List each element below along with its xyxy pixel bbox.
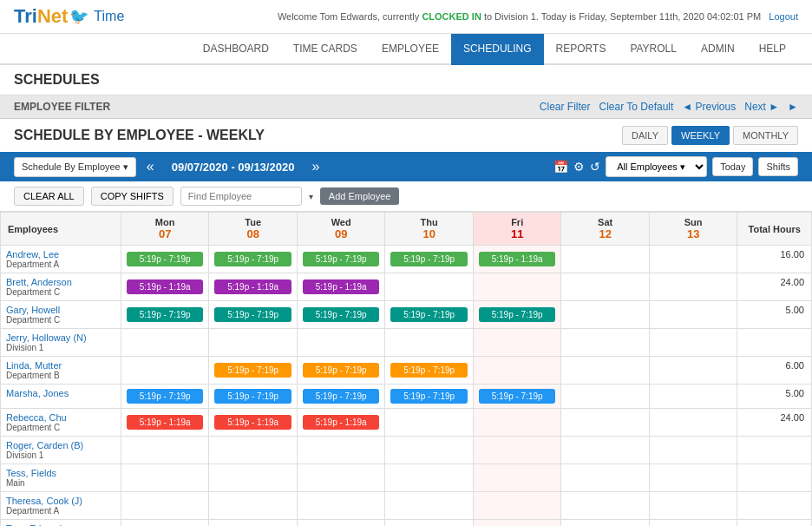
shift-cell-fri[interactable] (473, 437, 561, 464)
next-week-arrow[interactable]: » (311, 159, 319, 174)
shift-cell-sun[interactable] (649, 385, 737, 409)
settings-icon[interactable]: ⚙ (573, 160, 585, 174)
shift-cell-sat[interactable] (561, 520, 650, 527)
shift-cell-sat[interactable] (561, 409, 650, 437)
emp-name[interactable]: Theresa, Cook (J) (6, 496, 115, 506)
shift-cell-fri[interactable] (473, 520, 561, 527)
emp-name[interactable]: Tess, Fields (6, 468, 115, 478)
shift-block[interactable]: 5:19p - 1:19a (479, 252, 556, 266)
shift-cell-fri[interactable]: 5:19p - 7:19p (473, 301, 561, 329)
shift-cell-fri[interactable] (473, 409, 561, 437)
shift-cell-mon[interactable] (121, 492, 209, 520)
shift-block[interactable]: 5:19p - 1:19a (214, 279, 291, 294)
shift-cell-fri[interactable] (473, 492, 561, 520)
shift-cell-sun[interactable] (649, 492, 737, 520)
shift-cell-sun[interactable] (649, 520, 737, 527)
shift-cell-tue[interactable] (209, 492, 298, 520)
shift-block[interactable]: 5:19p - 7:19p (479, 389, 556, 404)
shift-block[interactable]: 5:19p - 7:19p (214, 389, 291, 404)
weekly-view-btn[interactable]: WEEKLY (671, 126, 730, 145)
shift-cell-fri[interactable]: 5:19p - 1:19a (473, 246, 561, 273)
shift-cell-thu[interactable]: 5:19p - 7:19p (385, 301, 474, 329)
shift-cell-mon[interactable] (121, 520, 209, 527)
shift-cell-mon[interactable]: 5:19p - 7:19p (121, 301, 209, 329)
daily-view-btn[interactable]: DAILY (622, 126, 668, 145)
shift-cell-tue[interactable] (209, 464, 298, 492)
shift-cell-wed[interactable] (297, 520, 385, 527)
refresh-icon[interactable]: ↺ (590, 160, 600, 174)
shift-cell-thu[interactable] (385, 492, 474, 520)
shift-block[interactable]: 5:19p - 7:19p (127, 307, 204, 322)
logout-link[interactable]: Logout (769, 11, 798, 22)
shift-cell-fri[interactable]: 5:19p - 7:19p (473, 385, 561, 409)
clear-filter-link[interactable]: Clear Filter (540, 101, 591, 113)
shift-block[interactable]: 5:19p - 7:19p (214, 252, 291, 266)
shift-cell-sat[interactable] (561, 329, 650, 357)
schedule-by-dropdown[interactable]: Schedule By Employee ▾ (14, 157, 136, 177)
today-button[interactable]: Today (712, 157, 753, 176)
nav-time-cards[interactable]: TIME CARDS (281, 34, 370, 65)
nav-payroll[interactable]: PAYROLL (618, 34, 689, 65)
clear-default-link[interactable]: Clear To Default (599, 101, 673, 113)
shift-cell-thu[interactable] (385, 409, 474, 437)
shift-cell-sun[interactable] (649, 464, 737, 492)
shift-cell-mon[interactable] (121, 464, 209, 492)
shifts-button[interactable]: Shifts (758, 157, 798, 176)
shift-cell-tue[interactable] (209, 437, 298, 464)
clear-all-button[interactable]: CLEAR ALL (14, 187, 84, 206)
shift-cell-fri[interactable] (473, 273, 561, 301)
emp-name[interactable]: Brett, Anderson (6, 277, 115, 287)
next-link[interactable]: Next ► (744, 101, 779, 113)
shift-block[interactable]: 5:19p - 1:19a (303, 415, 380, 430)
nav-end-arrow[interactable]: ► (788, 101, 798, 113)
shift-block[interactable]: 5:19p - 7:19p (214, 363, 291, 378)
shift-block[interactable]: 5:19p - 7:19p (390, 252, 468, 266)
emp-name[interactable]: Marsha, Jones (6, 388, 115, 398)
monthly-view-btn[interactable]: MONTHLY (733, 126, 798, 145)
shift-cell-thu[interactable]: 5:19p - 7:19p (385, 357, 474, 385)
emp-name[interactable]: Gary, Howell (6, 305, 115, 315)
shift-block[interactable]: 5:19p - 7:19p (214, 307, 291, 322)
copy-shifts-button[interactable]: COPY SHIFTS (91, 187, 174, 206)
shift-cell-wed[interactable] (297, 464, 385, 492)
shift-cell-wed[interactable] (297, 492, 385, 520)
shift-cell-thu[interactable] (385, 437, 474, 464)
shift-cell-mon[interactable]: 5:19p - 1:19a (121, 273, 209, 301)
shift-cell-tue[interactable]: 5:19p - 1:19a (209, 409, 298, 437)
emp-name[interactable]: Andrew, Lee (6, 249, 115, 260)
shift-cell-sat[interactable] (561, 437, 650, 464)
shift-cell-thu[interactable]: 5:19p - 7:19p (385, 385, 474, 409)
shift-cell-mon[interactable] (121, 357, 209, 385)
shift-block[interactable]: 5:19p - 7:19p (127, 252, 204, 266)
shift-cell-sun[interactable] (649, 246, 737, 273)
shift-block[interactable]: 5:19p - 7:19p (303, 307, 380, 322)
shift-cell-tue[interactable]: 5:19p - 7:19p (209, 385, 298, 409)
nav-scheduling[interactable]: SCHEDULING (451, 34, 544, 65)
shift-cell-sun[interactable] (649, 357, 737, 385)
shift-cell-wed[interactable]: 5:19p - 1:19a (297, 273, 385, 301)
shift-cell-wed[interactable]: 5:19p - 7:19p (297, 246, 385, 273)
shift-block[interactable]: 5:19p - 7:19p (303, 389, 380, 404)
prev-week-arrow[interactable]: « (147, 159, 154, 174)
shift-cell-fri[interactable] (473, 464, 561, 492)
shift-block[interactable]: 5:19p - 7:19p (479, 307, 556, 322)
shift-cell-wed[interactable] (297, 437, 385, 464)
shift-block[interactable]: 5:19p - 1:19a (127, 279, 204, 294)
shift-block[interactable]: 5:19p - 7:19p (127, 389, 204, 404)
shift-cell-wed[interactable] (297, 329, 385, 357)
shift-block[interactable]: 5:19p - 1:19a (214, 415, 291, 430)
shift-cell-sun[interactable] (649, 437, 737, 464)
shift-cell-tue[interactable]: 5:19p - 7:19p (209, 357, 298, 385)
dropdown-arrow-find[interactable]: ▾ (309, 192, 313, 201)
shift-cell-sat[interactable] (561, 273, 650, 301)
nav-admin[interactable]: ADMIN (689, 34, 747, 65)
shift-cell-sun[interactable] (649, 273, 737, 301)
nav-employee[interactable]: EMPLOYEE (370, 34, 451, 65)
shift-cell-wed[interactable]: 5:19p - 7:19p (297, 301, 385, 329)
shift-cell-tue[interactable]: 5:19p - 1:19a (209, 273, 298, 301)
nav-reports[interactable]: REPORTS (544, 34, 619, 65)
shift-cell-sat[interactable] (561, 357, 650, 385)
shift-block[interactable]: 5:19p - 1:19a (303, 279, 380, 294)
shift-cell-fri[interactable] (473, 357, 561, 385)
shift-block[interactable]: 5:19p - 7:19p (390, 307, 468, 322)
